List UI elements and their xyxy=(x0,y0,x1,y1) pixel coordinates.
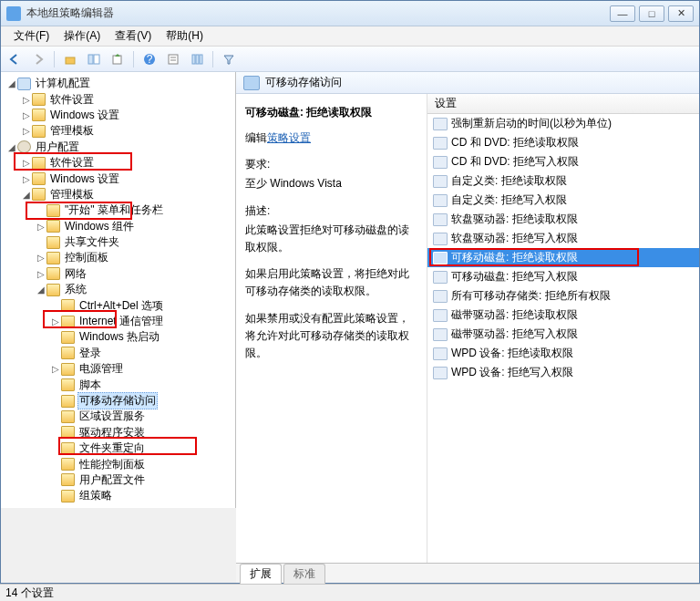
folder-icon xyxy=(46,220,60,233)
tree-node[interactable]: ▷Windows 设置 xyxy=(3,108,235,123)
tree-node-computer-config[interactable]: ◢计算机配置 xyxy=(3,76,235,91)
list-row[interactable]: 软盘驱动器: 拒绝写入权限 xyxy=(427,229,699,248)
tree-node[interactable]: 驱动程序安装 xyxy=(3,425,235,440)
folder-icon xyxy=(243,76,260,90)
list-row[interactable]: 强制重新启动的时间(以秒为单位) xyxy=(427,114,699,133)
tree-node[interactable]: Windows 热启动 xyxy=(3,329,235,345)
list-row[interactable]: CD 和 DVD: 拒绝写入权限 xyxy=(427,152,699,171)
tree-node[interactable]: 登录 xyxy=(3,346,235,361)
policy-icon xyxy=(433,194,448,207)
window-title: 本地组策略编辑器 xyxy=(26,5,610,21)
folder-icon xyxy=(32,125,46,138)
list-row-label: 自定义类: 拒绝读取权限 xyxy=(451,173,567,189)
tree-node[interactable]: ▷Windows 组件 xyxy=(3,219,235,234)
status-bar: 14 个设置 xyxy=(0,584,700,601)
tree-node-user-config[interactable]: ◢用户配置 xyxy=(3,140,235,155)
properties-button[interactable] xyxy=(163,49,183,69)
description-text: 如果启用此策略设置，将拒绝对此可移动存储类的读取权限。 xyxy=(245,265,417,300)
export-button[interactable] xyxy=(108,49,128,69)
user-icon xyxy=(17,140,31,153)
help-button[interactable]: ? xyxy=(139,49,160,69)
tree-node[interactable]: ▷Internet 通信管理 xyxy=(3,314,235,329)
tree-node[interactable]: ▷软件设置 xyxy=(3,155,235,171)
folder-icon xyxy=(61,331,75,344)
list-header[interactable]: 设置 xyxy=(427,94,699,114)
list-row[interactable]: 可移动磁盘: 拒绝写入权限 xyxy=(427,267,699,286)
title-bar: 本地组策略编辑器 — □ ✕ xyxy=(1,1,699,26)
tree-node-system[interactable]: ◢系统 xyxy=(3,282,235,297)
list-row[interactable]: 可移动磁盘: 拒绝读取权限 xyxy=(427,248,699,267)
list-row-label: 磁带驱动器: 拒绝写入权限 xyxy=(451,326,578,342)
list-row[interactable]: 磁带驱动器: 拒绝读取权限 xyxy=(427,306,699,325)
list-row[interactable]: 磁带驱动器: 拒绝写入权限 xyxy=(427,325,699,344)
detail-title: 可移动磁盘: 拒绝读取权限 xyxy=(245,105,417,120)
window-controls: — □ ✕ xyxy=(610,5,699,22)
minimize-button[interactable]: — xyxy=(610,5,635,22)
policy-icon xyxy=(433,328,448,341)
list-row[interactable]: 软盘驱动器: 拒绝读取权限 xyxy=(427,210,699,229)
menu-action[interactable]: 操作(A) xyxy=(57,26,108,46)
tree-node-removable-storage[interactable]: 可移动存储访问 xyxy=(3,393,235,409)
navigation-tree[interactable]: ◢计算机配置 ▷软件设置 ▷Windows 设置 ▷管理模板 ◢用户配置 ▷软件… xyxy=(1,72,236,508)
folder-icon xyxy=(61,473,75,486)
folder-icon xyxy=(61,458,75,471)
filter-button[interactable] xyxy=(219,49,239,69)
tree-node-admin-templates[interactable]: ◢管理模板 xyxy=(3,187,235,202)
columns-button[interactable] xyxy=(187,49,207,69)
folder-icon xyxy=(32,109,46,121)
show-hide-tree-button[interactable] xyxy=(84,49,104,69)
list-row[interactable]: 所有可移动存储类: 拒绝所有权限 xyxy=(427,286,699,306)
policy-icon xyxy=(433,309,448,322)
folder-icon xyxy=(61,378,75,391)
policy-icon xyxy=(433,367,448,379)
tree-node[interactable]: 脚本 xyxy=(3,377,235,392)
list-row[interactable]: 自定义类: 拒绝读取权限 xyxy=(427,171,699,191)
tree-node[interactable]: ▷软件设置 xyxy=(3,91,235,107)
folder-icon xyxy=(46,236,60,249)
tree-node[interactable]: Ctrl+Alt+Del 选项 xyxy=(3,297,235,313)
tree-node[interactable]: ▷管理模板 xyxy=(3,123,235,139)
menu-file[interactable]: 文件(F) xyxy=(6,26,57,46)
folder-icon xyxy=(61,347,75,359)
menu-view[interactable]: 查看(V) xyxy=(108,26,159,46)
detail-pane: 可移动磁盘: 拒绝读取权限 编辑策略设置 要求: 至少 Windows Vist… xyxy=(236,94,427,563)
policy-icon xyxy=(433,271,448,284)
folder-icon xyxy=(61,316,75,328)
folder-icon xyxy=(32,157,46,170)
tree-node[interactable]: 性能控制面板 xyxy=(3,456,235,471)
list-row-label: 自定义类: 拒绝写入权限 xyxy=(451,192,567,208)
list-pane: 设置 强制重新启动的时间(以秒为单位)CD 和 DVD: 拒绝读取权限CD 和 … xyxy=(427,94,699,563)
settings-list[interactable]: 强制重新启动的时间(以秒为单位)CD 和 DVD: 拒绝读取权限CD 和 DVD… xyxy=(427,114,699,563)
tree-node[interactable]: 用户配置文件 xyxy=(3,472,235,488)
description-text: 如果禁用或没有配置此策略设置，将允许对此可移动存储类的读取权限。 xyxy=(245,310,417,363)
tree-node[interactable]: 区域设置服务 xyxy=(3,409,235,424)
tree-node[interactable]: 文件夹重定向 xyxy=(3,440,235,456)
toolbar: ? xyxy=(1,47,699,72)
separator-icon xyxy=(212,51,213,67)
list-row[interactable]: WPD 设备: 拒绝写入权限 xyxy=(427,363,699,382)
tree-node[interactable]: ▷电源管理 xyxy=(3,361,235,377)
tree-node[interactable]: ▷控制面板 xyxy=(3,250,235,265)
menu-help[interactable]: 帮助(H) xyxy=(159,26,211,46)
maximize-button[interactable]: □ xyxy=(639,5,664,22)
list-row[interactable]: 自定义类: 拒绝写入权限 xyxy=(427,191,699,210)
tree-node[interactable]: ▷Windows 设置 xyxy=(3,171,235,186)
policy-settings-link[interactable]: 策略设置 xyxy=(267,131,311,144)
back-button[interactable] xyxy=(5,49,25,69)
edit-line: 编辑策略设置 xyxy=(245,130,417,147)
tab-standard[interactable]: 标准 xyxy=(283,564,325,584)
description-label: 描述: xyxy=(245,202,417,220)
list-row[interactable]: CD 和 DVD: 拒绝读取权限 xyxy=(427,133,699,152)
list-row[interactable]: WPD 设备: 拒绝读取权限 xyxy=(427,344,699,363)
up-button[interactable] xyxy=(60,49,80,69)
tree-node[interactable]: ▷网络 xyxy=(3,266,235,282)
tree-node[interactable]: 组策略 xyxy=(3,488,235,503)
policy-icon xyxy=(433,137,448,150)
tab-extended[interactable]: 扩展 xyxy=(240,564,282,584)
right-body: 可移动磁盘: 拒绝读取权限 编辑策略设置 要求: 至少 Windows Vist… xyxy=(236,94,699,563)
close-button[interactable]: ✕ xyxy=(668,5,694,22)
tree-node[interactable]: "开始" 菜单和任务栏 xyxy=(3,202,235,218)
forward-button[interactable] xyxy=(28,49,48,69)
svg-rect-6 xyxy=(169,55,178,64)
tree-node[interactable]: 共享文件夹 xyxy=(3,234,235,250)
